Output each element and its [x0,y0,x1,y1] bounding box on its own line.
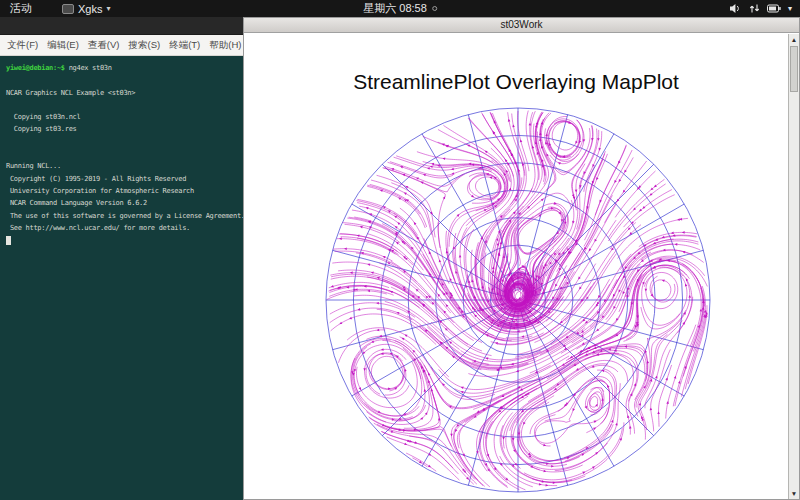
terminal-line: NCAR Graphics NCL Example <st03n> [6,87,237,99]
plot-area: StreamlinePlot Overlaying MapPlot [244,34,788,499]
terminal-line [6,234,237,246]
menu-item-search[interactable]: 搜索(S) [128,39,160,52]
volume-icon [729,3,742,14]
terminal-line: University Corporation for Atmospheric R… [6,185,237,197]
map-plot-canvas [244,34,788,499]
terminal-line [6,136,237,148]
menu-item-edit[interactable]: 编辑(E) [47,39,79,52]
terminal-line: Copying st03n.ncl [6,111,237,123]
network-icon [749,3,760,14]
terminal-menubar: 文件(F) 编辑(E) 查看(V) 搜索(S) 终端(T) 帮助(H) [0,35,243,56]
terminal-line: Running NCL... [6,160,237,172]
terminal-cursor [6,236,11,245]
terminal-window: 文件(F) 编辑(E) 查看(V) 搜索(S) 终端(T) 帮助(H) yiwe… [0,17,243,500]
scrollbar-thumb[interactable] [790,46,798,92]
plot-window: st03Work StreamlinePlot Overlaying MapPl… [243,17,800,500]
clock-menu[interactable]: 星期六 08:58 [363,0,437,17]
scrollbar-up-icon[interactable]: ▲ [789,34,799,45]
terminal-line: Copying st03.res [6,123,237,135]
terminal-line: See http://www.ncl.ucar.edu/ for more de… [6,222,237,234]
top-bar: 活动 Xgks ▾ 星期六 08:58 ▾ [0,0,800,17]
menu-item-terminal[interactable]: 终端(T) [169,39,200,52]
terminal-line: NCAR Command Language Version 6.6.2 [6,197,237,209]
menu-item-file[interactable]: 文件(F) [7,39,38,52]
terminal-line: yiwei@debian:~$ ng4ex st03n [6,62,237,74]
plot-window-titlebar[interactable]: st03Work [244,18,799,33]
app-menu-label: Xgks [78,3,102,15]
terminal-line: The use of this software is governed by … [6,210,237,222]
terminal-line [6,148,237,160]
caret-down-icon: ▾ [788,4,792,13]
terminal-titlebar[interactable] [0,17,243,35]
menu-item-view[interactable]: 查看(V) [88,39,120,52]
terminal-line [6,99,237,111]
app-window-icon [62,4,74,14]
chevron-down-icon: ▾ [106,4,110,13]
menu-item-help[interactable]: 帮助(H) [209,39,241,52]
scrollbar-down-icon[interactable]: ▼ [789,488,799,499]
app-menu[interactable]: Xgks ▾ [62,0,110,17]
terminal-line: Copyright (C) 1995-2019 - All Rights Res… [6,173,237,185]
plot-scrollbar[interactable]: ▲ ▼ [788,34,799,499]
system-status-area[interactable]: ▾ [729,0,792,17]
activities-button[interactable]: 活动 [10,0,32,17]
battery-icon [767,4,781,13]
clock-label: 星期六 08:58 [363,1,427,16]
terminal-line [6,74,237,86]
terminal-output[interactable]: yiwei@debian:~$ ng4ex st03n NCAR Graphic… [0,56,243,246]
notification-dot-icon [432,6,437,11]
